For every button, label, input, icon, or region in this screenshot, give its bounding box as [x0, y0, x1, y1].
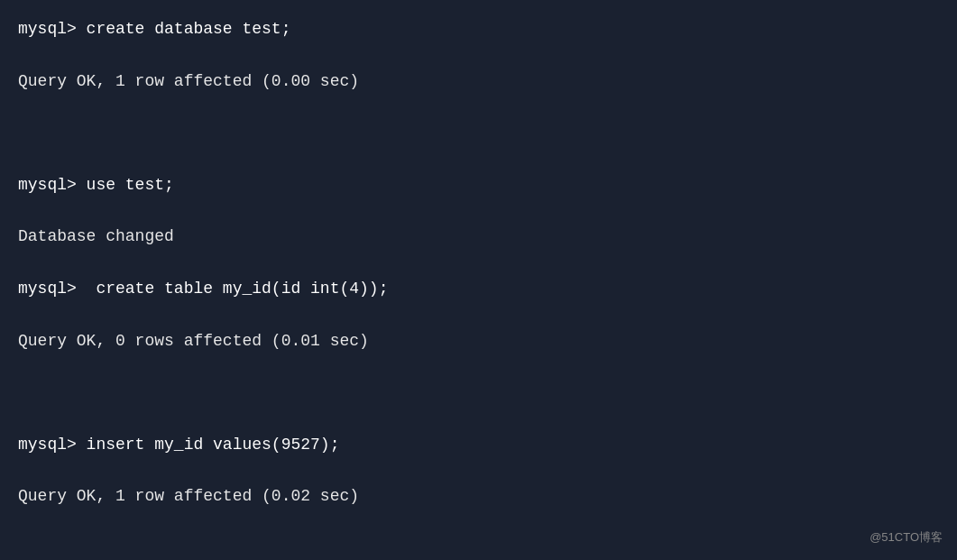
- terminal-line: Query OK, 1 row affected (0.00 sec): [18, 69, 939, 95]
- terminal-output: mysql> create database test;Query OK, 1 …: [18, 16, 939, 560]
- terminal-line: [18, 536, 939, 560]
- terminal-line: mysql> use test;: [18, 172, 939, 198]
- terminal-line: Query OK, 1 row affected (0.02 sec): [18, 483, 939, 510]
- terminal-line: mysql> create database test;: [18, 16, 939, 42]
- watermark: @51CTO博客: [870, 528, 943, 547]
- terminal-line: [18, 380, 939, 406]
- terminal-line: mysql> create table my_id(id int(4));: [18, 276, 939, 302]
- terminal-line: mysql> insert my_id values(9527);: [18, 432, 939, 458]
- terminal-window: mysql> create database test;Query OK, 1 …: [0, 0, 957, 560]
- terminal-line: Database changed: [18, 224, 939, 250]
- terminal-line: [18, 120, 939, 146]
- terminal-line: Query OK, 0 rows affected (0.01 sec): [18, 328, 939, 354]
